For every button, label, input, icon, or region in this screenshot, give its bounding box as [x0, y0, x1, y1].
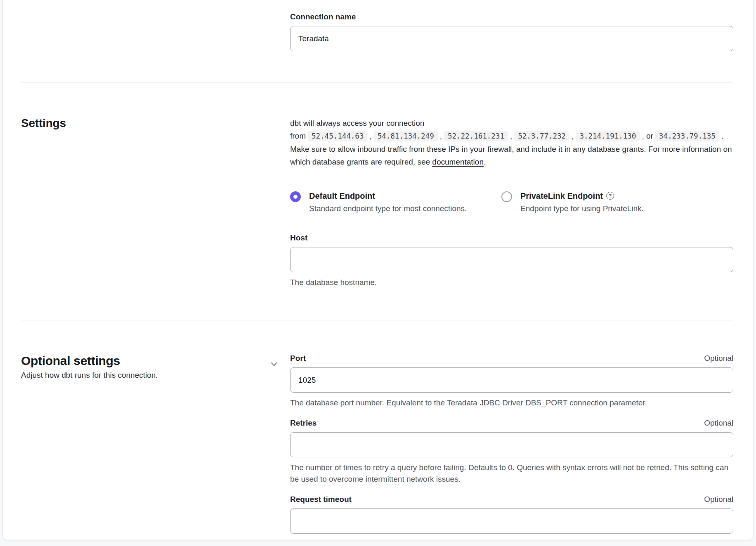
radio-unselected-icon[interactable]: [501, 191, 512, 202]
port-field[interactable]: [290, 367, 733, 393]
request-timeout-field-block: Request timeout Optional The timeout for…: [290, 494, 733, 540]
endpoint-option-privatelink[interactable]: PrivateLink Endpoint? Endpoint type for …: [501, 191, 644, 214]
port-helper-text: The database port number. Equivalent to …: [290, 397, 733, 409]
ip-badge: 52.3.77.232: [514, 131, 569, 141]
retries-field[interactable]: [290, 432, 733, 457]
endpoint-option-label: Default Endpoint: [309, 191, 375, 200]
endpoint-radio-group: Default Endpoint Standard endpoint type …: [290, 191, 733, 214]
request-timeout-label: Request timeout: [290, 494, 352, 504]
radio-selected-icon[interactable]: [290, 191, 301, 202]
retries-label: Retries: [290, 418, 317, 428]
host-field-block: Host The database hostname.: [290, 233, 733, 288]
port-label: Port: [290, 353, 306, 363]
settings-section: Settings dbt will always access your con…: [21, 83, 733, 288]
endpoint-option-default[interactable]: Default Endpoint Standard endpoint type …: [290, 191, 501, 214]
request-timeout-field[interactable]: [290, 508, 733, 534]
retries-field-block: Retries Optional The number of times to …: [290, 418, 733, 485]
ip-badge: 3.214.191.130: [576, 131, 640, 141]
ip-allowlist-text: dbt will always access your connection f…: [290, 117, 733, 168]
port-optional-tag: Optional: [704, 354, 733, 363]
connection-settings-card: Connection name Settings dbt will always…: [2, 0, 754, 540]
endpoint-option-description: Endpoint type for using PrivateLink.: [520, 203, 644, 214]
retries-helper-text: The number of times to retry a query bef…: [290, 462, 733, 485]
documentation-link[interactable]: documentation: [432, 158, 484, 166]
host-field[interactable]: [290, 247, 733, 272]
port-field-block: Port Optional The database port number. …: [290, 353, 733, 409]
endpoint-option-description: Standard endpoint type for most connecti…: [309, 203, 467, 214]
retries-optional-tag: Optional: [704, 419, 733, 428]
connection-name-section: Connection name: [21, 12, 733, 51]
ip-badge: 54.81.134.249: [374, 131, 438, 141]
endpoint-option-label: PrivateLink Endpoint: [520, 191, 603, 200]
ip-badge: 52.22.161.231: [444, 131, 508, 141]
ip-badge: 52.45.144.63: [308, 131, 367, 141]
connection-name-field[interactable]: [290, 26, 733, 51]
host-label: Host: [290, 233, 733, 243]
ip-badge: 34.233.79.135: [655, 131, 719, 141]
request-timeout-helper-text: The timeout for executing each SQL reque…: [290, 538, 733, 540]
connection-name-label: Connection name: [290, 12, 733, 22]
chevron-down-icon: [269, 360, 279, 369]
settings-heading: Settings: [21, 117, 269, 130]
optional-settings-heading: Optional settings: [21, 353, 269, 368]
optional-settings-collapse-button[interactable]: [269, 359, 279, 370]
host-helper-text: The database hostname.: [290, 277, 733, 288]
privatelink-help-icon[interactable]: ?: [606, 192, 614, 200]
request-timeout-optional-tag: Optional: [704, 495, 733, 504]
optional-settings-subheading: Adjust how dbt runs for this connection.: [21, 370, 269, 381]
optional-settings-section: Optional settings Adjust how dbt runs fo…: [21, 320, 733, 540]
